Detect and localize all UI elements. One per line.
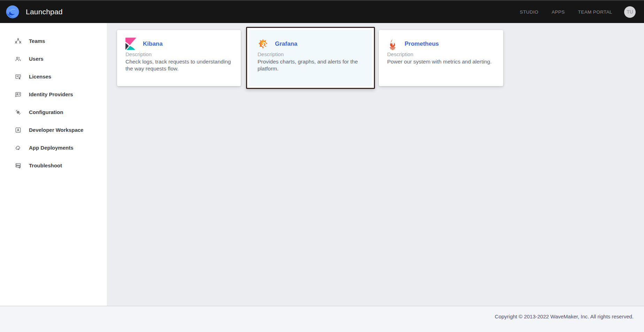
sidebar-item-configuration[interactable]: Configuration — [0, 103, 107, 121]
main-panel: Kibana Description Check logs, track req… — [107, 23, 644, 306]
footer: Copyright © 2013-2022 WaveMaker, Inc. Al… — [0, 306, 644, 332]
sidebar-item-troubleshoot[interactable]: Troubleshoot — [0, 157, 107, 174]
nav-item-apps[interactable]: APPS — [552, 9, 565, 15]
kibana-title-link[interactable]: Kibana — [143, 40, 163, 47]
description-text: Check logs, track requests to understand… — [125, 58, 232, 73]
wavemaker-logo-icon — [6, 5, 20, 19]
copyright-text: Copyright © 2013-2022 WaveMaker, Inc. Al… — [495, 314, 634, 319]
app-card-grafana[interactable]: Grafana Description Provides charts, gra… — [249, 30, 372, 86]
sidebar-item-app-deployments[interactable]: App Deployments — [0, 139, 107, 157]
description-label: Description — [387, 51, 495, 57]
sidebar: Teams Users Li — [0, 23, 107, 306]
sidebar-item-label: Configuration — [29, 109, 63, 115]
sidebar-item-label: Developer Workspace — [29, 127, 83, 133]
top-nav: STUDIO APPS TEAM PORTAL TU — [520, 6, 636, 18]
sidebar-item-licenses[interactable]: Licenses — [0, 68, 107, 85]
sidebar-item-identity-providers[interactable]: Identity Providers — [0, 85, 107, 103]
card-header: Grafana — [258, 38, 363, 50]
sidebar-item-developer-workspace[interactable]: Developer Workspace — [0, 121, 107, 139]
content-area: Teams Users Li — [0, 23, 644, 306]
prometheus-logo-icon — [387, 38, 398, 50]
teams-icon — [15, 38, 22, 45]
app-card-prometheus[interactable]: Prometheus Description Power our system … — [379, 30, 503, 86]
configuration-icon — [15, 109, 22, 116]
nav-item-team-portal[interactable]: TEAM PORTAL — [578, 9, 612, 15]
card-header: Kibana — [125, 38, 232, 50]
avatar[interactable]: TU — [624, 6, 636, 18]
app-card-grafana-selected-border[interactable]: Grafana Description Provides charts, gra… — [246, 27, 375, 89]
sidebar-item-label: Users — [29, 56, 44, 62]
page-title: Launchpad — [26, 8, 63, 16]
sidebar-item-label: Teams — [29, 38, 45, 44]
card-header: Prometheus — [387, 38, 495, 50]
app-card-kibana[interactable]: Kibana Description Check logs, track req… — [117, 30, 241, 86]
nav-item-studio[interactable]: STUDIO — [520, 9, 538, 15]
sidebar-item-users[interactable]: Users — [0, 50, 107, 68]
troubleshoot-icon — [15, 162, 22, 169]
prometheus-title-link[interactable]: Prometheus — [405, 40, 439, 47]
description-text: Provides charts, graphs, and alerts for … — [258, 58, 363, 73]
description-label: Description — [125, 51, 232, 57]
licenses-icon — [15, 73, 22, 80]
sidebar-item-label: Identity Providers — [29, 91, 73, 97]
identity-providers-icon — [15, 91, 22, 98]
top-bar: Launchpad STUDIO APPS TEAM PORTAL TU — [0, 0, 644, 23]
users-icon — [15, 55, 22, 62]
developer-workspace-icon — [15, 127, 22, 134]
kibana-logo-icon — [125, 38, 136, 50]
sidebar-item-label: App Deployments — [29, 145, 74, 151]
description-label: Description — [258, 51, 363, 57]
app-cards-row: Kibana Description Check logs, track req… — [117, 30, 644, 89]
app-deployments-icon — [15, 144, 22, 151]
sidebar-item-label: Licenses — [29, 74, 51, 80]
grafana-logo-icon — [258, 38, 268, 50]
sidebar-item-teams[interactable]: Teams — [0, 32, 107, 50]
description-text: Power our system with metrics and alerti… — [387, 58, 495, 65]
grafana-title-link[interactable]: Grafana — [275, 40, 297, 47]
sidebar-item-label: Troubleshoot — [29, 163, 62, 168]
